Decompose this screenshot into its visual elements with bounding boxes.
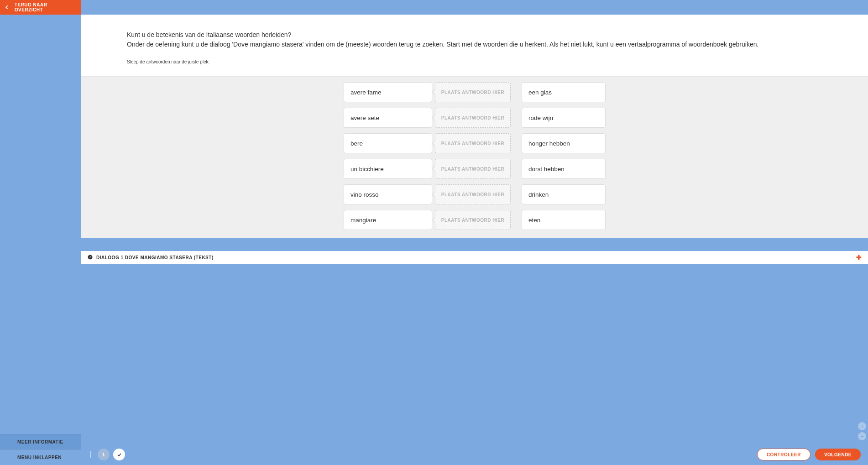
- source-word: bere: [344, 133, 432, 153]
- intro-hint: Sleep de antwoorden naar de juiste plek:: [127, 58, 822, 65]
- back-button-label: TERUG NAAR OVERZICHT: [15, 2, 76, 12]
- check-icon: [117, 452, 122, 457]
- step-check[interactable]: [113, 449, 125, 460]
- intro-line-2: Onder de oefening kunt u de dialoog 'Dov…: [127, 40, 822, 49]
- source-word: avere sete: [344, 108, 432, 128]
- arrow-left-icon: [5, 5, 9, 9]
- zoom-out-button[interactable]: −: [858, 432, 866, 440]
- zoom-in-button[interactable]: +: [858, 422, 866, 430]
- source-word: mangiare: [344, 210, 432, 230]
- drop-target[interactable]: PLAATS ANTWOORD HIER: [435, 184, 511, 204]
- answer-option[interactable]: eten: [522, 210, 606, 230]
- accordion-dialog[interactable]: i DIALOOG 1 DOVE MANGIAMO STASERA (TEKST…: [81, 251, 868, 264]
- step-indicator: 1: [98, 449, 125, 460]
- source-word: un bicchiere: [344, 159, 432, 179]
- sidebar-bottom: i MEER INFORMATIE MENU INKLAPPEN: [0, 434, 81, 465]
- source-word: avere fame: [344, 82, 432, 102]
- footer: 1 CONTROLEER VOLGENDE: [81, 444, 868, 465]
- source-column: avere famePLAATS ANTWOORD HIER avere set…: [344, 82, 511, 230]
- intro-line-1: Kunt u de betekenis van de Italiaanse wo…: [127, 30, 822, 40]
- sidebar-item-label: MENU INKLAPPEN: [17, 455, 62, 460]
- answers-column: een glas rode wijn honger hebben dorst h…: [522, 82, 606, 230]
- drop-target[interactable]: PLAATS ANTWOORD HIER: [435, 82, 511, 102]
- exercise-area: avere famePLAATS ANTWOORD HIER avere set…: [81, 76, 868, 238]
- zoom-controls: + −: [858, 422, 866, 440]
- source-word: vino rosso: [344, 184, 432, 204]
- answer-option[interactable]: drinken: [522, 184, 606, 204]
- expand-icon: ✚: [856, 254, 862, 261]
- main: Kunt u de betekenis van de Italiaanse wo…: [81, 15, 868, 465]
- next-button[interactable]: VOLGENDE: [815, 449, 861, 460]
- sidebar-item-collapse[interactable]: MENU INKLAPPEN: [0, 449, 81, 465]
- collapse-icon: [5, 455, 11, 460]
- drop-target[interactable]: PLAATS ANTWOORD HIER: [435, 133, 511, 153]
- info-icon: i: [5, 439, 11, 444]
- drop-target[interactable]: PLAATS ANTWOORD HIER: [435, 108, 511, 128]
- answer-option[interactable]: dorst hebben: [522, 159, 606, 179]
- drop-target[interactable]: PLAATS ANTWOORD HIER: [435, 159, 511, 179]
- step-number[interactable]: 1: [98, 449, 110, 460]
- sidebar-item-more-info[interactable]: i MEER INFORMATIE: [0, 434, 81, 449]
- answer-option[interactable]: honger hebben: [522, 133, 606, 153]
- back-button[interactable]: TERUG NAAR OVERZICHT: [0, 0, 81, 15]
- drop-target[interactable]: PLAATS ANTWOORD HIER: [435, 210, 511, 230]
- svg-text:i: i: [89, 255, 91, 259]
- check-button[interactable]: CONTROLEER: [757, 449, 810, 460]
- sidebar: TERUG NAAR OVERZICHT i MEER INFORMATIE M…: [0, 0, 81, 465]
- accordion-title: DIALOOG 1 DOVE MANGIAMO STASERA (TEKST): [96, 255, 214, 260]
- intro-panel: Kunt u de betekenis van de Italiaanse wo…: [81, 15, 868, 76]
- sidebar-item-label: MEER INFORMATIE: [17, 439, 63, 444]
- answer-option[interactable]: rode wijn: [522, 108, 606, 128]
- answer-option[interactable]: een glas: [522, 82, 606, 102]
- info-icon: i: [88, 255, 93, 261]
